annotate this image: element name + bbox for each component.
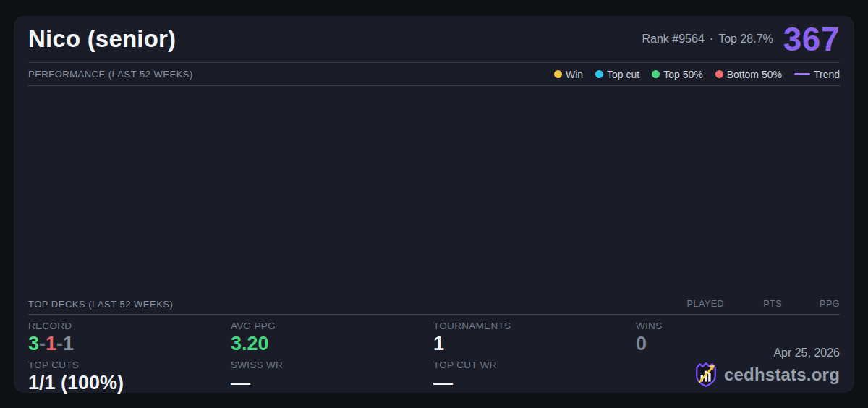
top-decks-header: TOP DECKS (LAST 52 WEEKS) PLAYED PTS PPG [28,294,840,315]
brand-text: cedhstats.org [724,365,840,385]
tournaments-label: TOURNAMENTS [433,320,636,331]
record-draws: 1 [63,333,74,354]
chart-legend: Win Top cut Top 50% Bottom 50% Trend [554,69,840,80]
column-header-played: PLAYED [666,299,724,309]
record-value: 3-1-1 [28,333,231,354]
legend-label: Win [566,69,583,80]
legend-item-trend[interactable]: Trend [794,69,840,80]
legend-label: Trend [814,69,840,80]
player-points: 367 [783,22,840,56]
win-dot-icon [554,70,562,78]
top-cut-dot-icon [595,70,603,78]
top-cut-wr-value: — [433,372,636,394]
top-50-dot-icon [652,70,660,78]
legend-item-bottom-50[interactable]: Bottom 50% [715,69,782,80]
legend-label: Top 50% [663,69,702,80]
avg-ppg-label: AVG PPG [231,320,433,331]
top-cuts-value: 1/1 (100%) [28,372,231,394]
bottom-50-dot-icon [715,70,723,78]
footer: Apr 25, 2026 cedhstats.org [694,347,840,388]
record-losses: 1 [46,333,56,354]
swiss-wr-value: — [231,372,433,394]
performance-section-title: PERFORMANCE (LAST 52 WEEKS) [28,69,193,80]
stat-col-record: RECORD 3-1-1 TOP CUTS 1/1 (100%) [28,315,231,394]
column-header-pts: PTS [724,299,782,309]
performance-section-header: PERFORMANCE (LAST 52 WEEKS) Win Top cut … [28,63,840,86]
dot-separator: · [710,33,713,45]
wins-label: WINS [636,320,838,331]
performance-chart [28,86,840,294]
rank-text: Rank #9564·Top 28.7% [642,33,773,46]
tournaments-value: 1 [433,333,636,354]
trend-line-icon [794,73,810,75]
legend-label: Bottom 50% [727,69,782,80]
player-stats-card: Nico (senior) Rank #9564·Top 28.7% 367 P… [14,16,854,393]
top-cuts-label: TOP CUTS [28,360,231,370]
brand[interactable]: cedhstats.org [694,362,840,388]
date-label: Apr 25, 2026 [694,347,840,360]
legend-item-win[interactable]: Win [554,69,583,80]
shield-chart-logo-icon [694,362,718,388]
avg-ppg-value: 3.20 [231,333,433,354]
legend-item-top-50[interactable]: Top 50% [652,69,702,80]
stat-col-tournaments: TOURNAMENTS 1 TOP CUT WR — [433,315,636,394]
column-header-ppg: PPG [782,299,840,309]
swiss-wr-label: SWISS WR [231,360,433,370]
top-decks-title: TOP DECKS (LAST 52 WEEKS) [28,299,666,310]
record-wins: 3 [28,333,39,354]
record-label: RECORD [28,320,231,331]
legend-label: Top cut [607,69,639,80]
record-sep: - [56,333,63,354]
legend-item-top-cut[interactable]: Top cut [595,69,639,80]
card-header: Nico (senior) Rank #9564·Top 28.7% 367 [28,16,840,63]
record-sep: - [39,333,46,354]
top-percent: Top 28.7% [718,33,773,45]
stat-col-ppg: AVG PPG 3.20 SWISS WR — [231,315,433,394]
top-cut-wr-label: TOP CUT WR [433,360,636,370]
rank-summary: Rank #9564·Top 28.7% 367 [642,22,840,56]
page-title: Nico (senior) [28,25,176,53]
rank-number: Rank #9564 [642,33,705,45]
